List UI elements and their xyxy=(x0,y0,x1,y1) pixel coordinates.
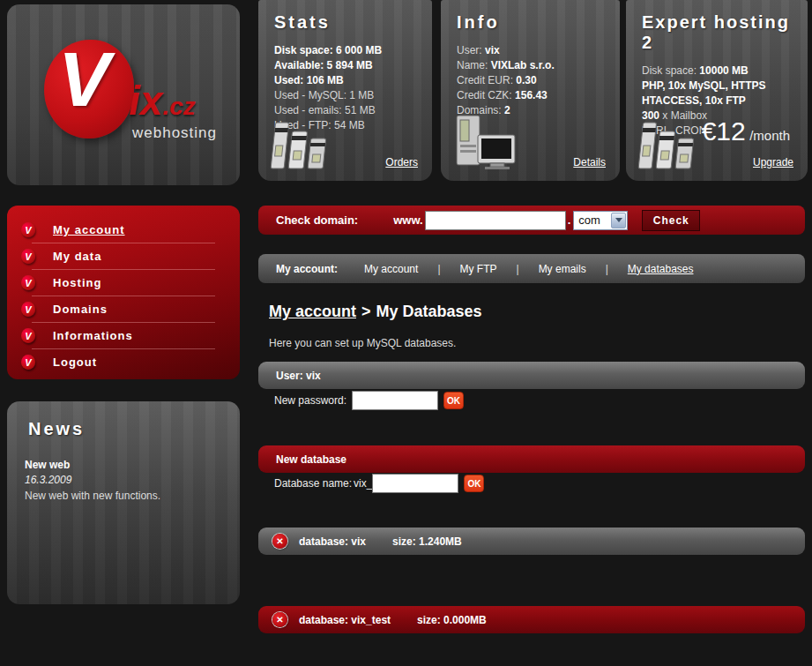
details-link[interactable]: Details xyxy=(573,156,606,168)
expert-features-1: PHP, 10x MySQL, HTTPS xyxy=(638,79,795,94)
news-item-body: New web with new functions. xyxy=(25,490,222,502)
info-user-label: User: xyxy=(457,44,482,56)
database-name-label: Database name: xyxy=(274,477,352,490)
nav-separator: | xyxy=(606,263,608,275)
database-ok-button[interactable]: OK xyxy=(464,475,484,492)
account-nav-bar: My account: My account | My FTP | My ema… xyxy=(258,254,805,283)
nav-link-my-ftp[interactable]: My FTP xyxy=(460,263,497,275)
stats-used-emails: Used - emails: 51 MB xyxy=(271,103,420,118)
page-subtitle: Here you can set up MySQL databases. xyxy=(269,337,456,349)
domain-dot: . xyxy=(568,213,571,227)
info-credit-czk-label: Credit CZK: xyxy=(457,89,512,101)
new-password-input[interactable] xyxy=(352,391,438,410)
logo-cz: .cz xyxy=(162,93,195,120)
price: €12 /month xyxy=(702,116,790,146)
database-row-vix: ✕ database: vix size: 1.240MB xyxy=(258,528,805,555)
price-amount: €12 xyxy=(702,116,746,146)
v-bullet-icon: V xyxy=(21,302,35,317)
info-credit-eur-label: Credit EUR: xyxy=(457,74,513,86)
tld-select[interactable]: com xyxy=(573,211,628,230)
binders-icon xyxy=(269,119,334,174)
delete-database-icon[interactable]: ✕ xyxy=(272,612,287,627)
delete-database-icon[interactable]: ✕ xyxy=(272,534,287,549)
sidebar-item-domains[interactable]: V Domains xyxy=(7,298,240,320)
info-credit-czk: Credit CZK: 156.43 xyxy=(453,88,607,103)
info-panel: Info User: vix Name: VIXLab s.r.o. Credi… xyxy=(441,0,620,181)
breadcrumb: My account>My Databases xyxy=(269,303,482,321)
domain-input[interactable] xyxy=(425,211,566,230)
check-button[interactable]: Check xyxy=(642,210,700,231)
database-name-input[interactable] xyxy=(372,474,458,493)
stats-panel: Stats Disk space: 6 000 MB Available: 5 … xyxy=(258,0,432,181)
info-name: Name: VIXLab s.r.o. xyxy=(453,58,607,73)
new-password-row: New password: OK xyxy=(258,390,464,411)
v-bullet-icon: V xyxy=(21,222,35,237)
menu-divider xyxy=(32,348,215,349)
news-title: News xyxy=(28,419,222,439)
info-name-label: Name: xyxy=(457,59,488,71)
breadcrumb-my-account-link[interactable]: My account xyxy=(269,303,356,320)
expert-disk-label: Disk space: xyxy=(642,64,699,77)
database-name: database: vix xyxy=(299,535,366,548)
database-size: size: 0.000MB xyxy=(417,614,487,626)
database-name-prefix: vix_ xyxy=(354,477,372,490)
logo-panel: V ix.cz webhosting xyxy=(7,4,240,185)
vix-logo[interactable]: V ix.cz webhosting xyxy=(44,40,220,154)
user-bar-text: User: vix xyxy=(276,370,321,382)
v-bullet-icon: V xyxy=(21,328,35,343)
stats-used: Used: 106 MB xyxy=(271,73,420,88)
stats-available: Available: 5 894 MB xyxy=(271,58,420,73)
menu-divider xyxy=(32,322,215,323)
upgrade-link[interactable]: Upgrade xyxy=(753,156,793,168)
tld-selected-value: com xyxy=(574,213,611,227)
new-database-bar: New database xyxy=(258,445,805,473)
expert-title: Expert hosting 2 xyxy=(642,12,795,53)
computer-icon xyxy=(451,114,520,174)
news-item-title: New web xyxy=(25,459,222,471)
nav-link-my-account[interactable]: My account xyxy=(364,263,418,275)
price-suffix: /month xyxy=(749,128,790,143)
sidebar-item-logout[interactable]: V Logout xyxy=(7,351,240,373)
sidebar-menu: V My account V My data V Hosting V Domai… xyxy=(7,206,240,379)
expert-hosting-panel: Expert hosting 2 Disk space: 10000 MB PH… xyxy=(626,0,808,181)
orders-link[interactable]: Orders xyxy=(385,156,418,168)
menu-divider xyxy=(32,243,215,243)
check-domain-label: Check domain: xyxy=(276,213,358,227)
menu-divider xyxy=(32,296,215,296)
stats-used-mysql: Used - MySQL: 1 MB xyxy=(271,88,420,103)
stats-title: Stats xyxy=(274,12,420,33)
info-credit-czk-value: 156.43 xyxy=(515,89,548,101)
menu-divider xyxy=(32,269,215,270)
info-credit-eur: Credit EUR: 0.30 xyxy=(453,73,607,88)
sidebar-item-label: Domains xyxy=(53,303,108,316)
nav-link-my-emails[interactable]: My emails xyxy=(539,263,586,275)
www-prefix: www. xyxy=(393,213,422,227)
check-domain-bar: Check domain: www. . com Check xyxy=(258,206,805,235)
info-name-value: VIXLab s.r.o. xyxy=(491,59,555,71)
news-item-date: 16.3.2009 xyxy=(25,474,222,486)
password-ok-button[interactable]: OK xyxy=(443,392,464,409)
nav-link-my-databases[interactable]: My databases xyxy=(628,263,694,275)
sidebar-item-my-account[interactable]: V My account xyxy=(7,219,240,241)
user-section-bar: User: vix xyxy=(258,362,805,389)
database-row-vix-test: ✕ database: vix_test size: 0.000MB xyxy=(258,606,805,633)
info-credit-eur-value: 0.30 xyxy=(516,74,536,86)
news-panel: News New web 16.3.2009 New web with new … xyxy=(7,401,240,604)
sidebar-item-label: Logout xyxy=(53,355,97,369)
logo-text: ix.cz xyxy=(129,77,196,124)
chevron-down-icon[interactable] xyxy=(611,213,626,228)
sidebar-item-hosting[interactable]: V Hosting xyxy=(7,272,240,294)
nav-separator: | xyxy=(517,263,519,275)
sidebar-item-informations[interactable]: V Informations xyxy=(7,325,240,347)
stats-disk-space: Disk space: 6 000 MB xyxy=(271,43,420,58)
sidebar-item-label: My account xyxy=(53,223,125,236)
v-bullet-icon: V xyxy=(21,275,35,290)
breadcrumb-separator: > xyxy=(361,303,371,320)
account-nav-title: My account: xyxy=(276,263,338,275)
database-name-row: Database name: vix_ OK xyxy=(258,473,484,494)
sidebar-item-my-data[interactable]: V My data xyxy=(7,245,240,267)
page: V ix.cz webhosting Stats Disk space: 6 0… xyxy=(0,0,812,666)
info-title: Info xyxy=(457,12,607,33)
v-bullet-icon: V xyxy=(21,249,35,264)
sidebar-item-label: My data xyxy=(53,250,101,263)
